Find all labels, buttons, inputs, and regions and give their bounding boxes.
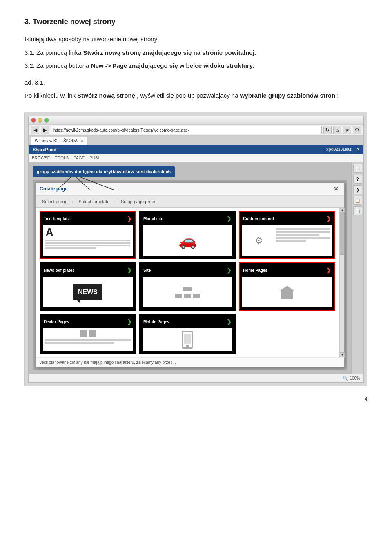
forward-button[interactable]: ▶	[41, 126, 49, 134]
template-news-header: News templates ❯	[42, 265, 134, 276]
paragraph-description: Po kliknięciu w link Stwórz nową stronę …	[24, 91, 368, 101]
sidebar-btn-3[interactable]: ❯	[353, 185, 362, 194]
refresh-icon: ↻	[325, 126, 330, 134]
back-button[interactable]: ◀	[31, 126, 39, 134]
template-home-arrow: ❯	[326, 266, 331, 275]
intro-text: Istnieją dwa sposoby na utworzenie nowej…	[24, 36, 159, 43]
address-bar[interactable]: https://newik2cms.skoda-auto.com/pl-pl/d…	[51, 126, 322, 134]
refresh-button[interactable]: ↻	[323, 126, 332, 134]
sharepoint-user: xpd02201aas	[326, 146, 352, 152]
template-mobile-header: Mobile Pages ❯	[142, 316, 233, 327]
home-template-icon	[279, 286, 295, 299]
templates-grid-bottom: Dealer Pages ❯	[40, 314, 335, 354]
paragraph-3-2: 3.2. Za pomocą buttona New -> Page znajd…	[24, 61, 368, 71]
template-mobile-label: Mobile Pages	[143, 319, 169, 325]
step-select-group[interactable]: Select group	[40, 197, 70, 206]
screenshot-wrapper: ◀ ▶ https://newik2cms.skoda-auto.com/pl-…	[24, 112, 368, 387]
ribbon-publ[interactable]: PUBL	[89, 155, 100, 161]
template-news-arrow: ❯	[127, 266, 132, 275]
template-card-site[interactable]: Site ❯	[139, 262, 236, 311]
template-card-custom[interactable]: Custom content ❯ ⚙	[239, 211, 335, 259]
window-close-btn[interactable]	[31, 118, 36, 123]
modal-close-button[interactable]: ✕	[332, 185, 340, 193]
gear-lines-icon: ⚙	[242, 225, 332, 256]
template-custom-arrow: ❯	[326, 215, 331, 223]
sidebar-btn-1[interactable]: 📄	[353, 164, 362, 173]
sidebar-btn-2[interactable]: ?	[353, 175, 362, 184]
zoom-area: 🔍 100%	[343, 375, 360, 381]
site-hierarchy-icon	[175, 287, 200, 298]
back-icon: ◀	[33, 126, 37, 134]
template-card-mobile[interactable]: Mobile Pages ❯	[139, 314, 236, 354]
modal-footer-text: Jeśli planowane zmiany nie mają pilnego …	[40, 360, 176, 365]
scroll-up-button[interactable]: ▲	[340, 208, 345, 213]
template-card-home[interactable]: Home Pages ❯	[239, 262, 335, 311]
home-nav-button[interactable]: ⌂	[333, 126, 341, 134]
scrollbar-thumb[interactable]	[340, 213, 344, 255]
ribbon-page[interactable]: PAGE	[74, 155, 85, 161]
text-lines-icon	[45, 240, 130, 250]
callout-area: grupy szablonów dostępne dla użytkownikó…	[33, 166, 347, 177]
zoom-value: 100%	[350, 375, 360, 381]
template-dealer-header: Dealer Pages ❯	[42, 316, 134, 327]
browser-content-area: grupy szablonów dostępne dla użytkownikó…	[29, 162, 351, 374]
browser-content: grupy szablonów dostępne dla użytkownikó…	[29, 162, 351, 374]
forward-icon: ▶	[43, 126, 47, 134]
template-model-label: Model site	[143, 216, 163, 222]
modal-footer: Jeśli planowane zmiany nie mają pilnego …	[36, 357, 344, 367]
browser-tab[interactable]: Witamy w K2! - ŠKODA ×	[31, 137, 87, 145]
template-model-arrow: ❯	[227, 215, 232, 223]
template-card-model-site[interactable]: Model site ❯ 🚗	[139, 211, 236, 259]
browser-main-area: grupy szablonów dostępne dla użytkownikó…	[29, 162, 363, 374]
mobile-template-icon	[182, 331, 193, 349]
modal-scroll-area: Text template ❯ A	[36, 208, 344, 357]
template-news-label: News templates	[44, 267, 75, 273]
paragraph-3-1: 3.1. Za pomocą linka Stwórz nową stronę …	[24, 48, 368, 58]
template-home-label: Home Pages	[243, 267, 267, 273]
template-news-preview: NEWS	[43, 277, 133, 307]
steps-bar: Select group › Select template › Setup p…	[36, 196, 344, 208]
template-home-header: Home Pages ❯	[241, 265, 333, 276]
toolbar-help-btn[interactable]: ?	[356, 146, 359, 153]
ribbon-browse[interactable]: BROWSE	[32, 155, 50, 161]
browser-tab-bar: Witamy w K2! - ŠKODA ×	[29, 136, 363, 145]
template-dealer-arrow: ❯	[127, 318, 132, 326]
template-text-label: Text template	[44, 216, 70, 222]
sidebar-btn-5[interactable]: 📑	[353, 206, 362, 215]
scroll-down-button[interactable]: ▼	[340, 352, 345, 357]
sp-ribbon: BROWSE TOOLS PAGE PUBL	[29, 154, 363, 162]
intro-paragraph: Istnieją dwa sposoby na utworzenie nowej…	[24, 35, 368, 44]
template-text-arrow: ❯	[127, 215, 132, 223]
template-card-text[interactable]: Text template ❯ A	[40, 211, 136, 259]
template-custom-label: Custom content	[243, 216, 274, 222]
ribbon-tools[interactable]: TOOLS	[55, 155, 69, 161]
text-template-icon: A	[43, 225, 133, 256]
page-heading: 3. Tworzenie nowej strony	[24, 16, 368, 27]
star-button[interactable]: ★	[343, 126, 351, 134]
sidebar-btn-4[interactable]: 📋	[353, 196, 362, 205]
scrollbar-track[interactable]	[340, 213, 344, 352]
step-select-template[interactable]: Select template	[76, 197, 112, 206]
window-maximize-btn[interactable]	[44, 118, 49, 123]
browser-window: ◀ ▶ https://newik2cms.skoda-auto.com/pl-…	[28, 116, 364, 383]
callout-label: grupy szablonów dostępne dla użytkownikó…	[33, 166, 175, 177]
browser-nav: ◀ ▶ https://newik2cms.skoda-auto.com/pl-…	[29, 125, 363, 136]
template-card-dealer[interactable]: Dealer Pages ❯	[40, 314, 136, 354]
step-setup-page[interactable]: Setup page props	[118, 197, 159, 206]
num-3-2: 3.2.	[24, 62, 35, 69]
template-site-preview	[143, 277, 232, 307]
page-number: 4	[365, 395, 368, 403]
template-site-label: Site	[143, 267, 151, 273]
tab-close-btn[interactable]: ×	[81, 139, 83, 143]
sharepoint-logo: SharePoint	[33, 146, 56, 153]
bold-3-1: Stwórz nową stronę znajdującego się na s…	[83, 49, 256, 56]
zoom-label: 🔍	[343, 375, 348, 381]
window-minimize-btn[interactable]	[38, 118, 42, 123]
star-icon: ★	[345, 126, 350, 134]
template-card-news[interactable]: News templates ❯ NEWS	[40, 262, 136, 311]
car-icon: 🚗	[178, 230, 197, 252]
template-custom-preview: ⚙	[242, 225, 332, 256]
modal-scrollbar: ▲ ▼	[339, 208, 344, 357]
wrench-button[interactable]: ⚙	[353, 126, 361, 134]
template-mobile-preview	[143, 328, 232, 351]
